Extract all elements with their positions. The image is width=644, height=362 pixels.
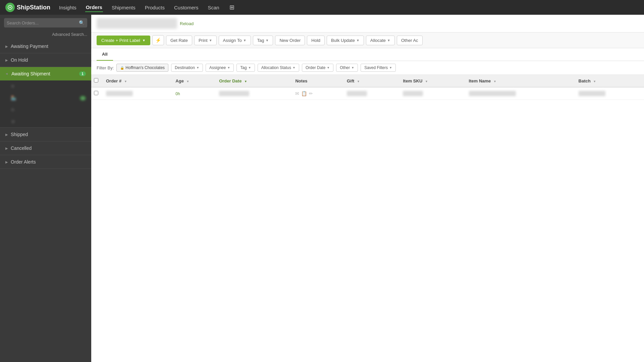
row-gift [343,87,399,100]
sidebar-item-shipped[interactable]: ▶ Shipped [0,128,91,141]
store-icon: 🏪 [11,96,16,101]
tag-text: Tag [257,38,264,43]
age-value: 0h [175,92,180,96]
sort-icon-gift: ▼ [357,80,360,83]
col-item-sku-label: Item SKU [403,78,422,83]
col-order-num[interactable]: Order # ▼ [102,75,171,87]
col-item-name[interactable]: Item Name ▼ [465,75,575,87]
assign-to-arrow: ▼ [243,39,247,42]
notes-icons-group: ✉ 📋 ✏ [295,91,339,96]
nav-orders[interactable]: Orders [85,3,103,12]
gear-icon-2: ⚙ [11,107,15,112]
col-order-date[interactable]: Order Date ▼ [215,75,291,87]
message-icon[interactable]: ✉ [295,91,299,96]
nav-products[interactable]: Products [144,3,165,12]
sidebar-section-on-hold: ▶ On Hold [0,53,91,67]
tag-filter-arrow: ▼ [248,66,251,69]
search-input[interactable] [7,20,77,25]
sidebar-sub-item-3[interactable]: ⚙ [0,104,91,116]
nav-scan[interactable]: Scan [207,3,220,12]
action-toolbar: Create + Print Label ▼ ⚡ Get Rate Print … [91,33,644,48]
sidebar-sub-item-2[interactable]: 🏪 1 [0,92,91,104]
search-box: 🔍 [4,18,87,27]
select-all-checkbox-cell[interactable] [91,75,102,87]
note-icon[interactable]: 📋 [301,91,307,96]
batch-blurred [579,91,605,96]
assign-to-button[interactable]: Assign To ▼ [219,36,251,45]
sidebar-label-awaiting-shipment: Awaiting Shipment [11,71,76,76]
nav-customers[interactable]: Customers [173,3,199,12]
nav-shipments[interactable]: Shipments [111,3,136,12]
sidebar-sub-item-1[interactable]: ⚙ [0,80,91,92]
col-gift[interactable]: Gift ▼ [343,75,399,87]
assignee-arrow: ▼ [227,66,230,69]
print-button[interactable]: Print ▼ [194,36,217,45]
row-order-date [215,87,291,100]
hold-button[interactable]: Hold [307,36,325,45]
destination-filter[interactable]: Destination ▼ [171,64,203,72]
col-batch[interactable]: Batch ▼ [575,75,644,87]
advanced-search-link[interactable]: Advanced Search... [0,31,91,40]
col-notes[interactable]: Notes [291,75,343,87]
sidebar-label-shipped: Shipped [11,132,86,137]
col-age[interactable]: Age ▼ [171,75,215,87]
search-icon[interactable]: 🔍 [79,20,85,25]
saved-filters-filter[interactable]: Saved Filters ▼ [361,64,396,72]
icon-button-1[interactable]: ⚡ [152,35,164,45]
other-filter[interactable]: Other ▼ [336,64,358,72]
item-sku-blurred [403,91,423,96]
tag-filter[interactable]: Tag ▼ [236,64,255,72]
sidebar-item-order-alerts[interactable]: ▶ Order Alerts [0,155,91,169]
assign-to-text: Assign To [223,38,242,43]
orders-table-container: Order # ▼ Age ▼ Order Date ▼ Notes [91,75,644,362]
bulk-update-text: Bulk Update [331,38,355,43]
sidebar-label-order-alerts: Order Alerts [11,159,86,165]
create-print-label-button[interactable]: Create + Print Label ▼ [97,36,150,45]
sidebar-item-on-hold[interactable]: ▶ On Hold [0,53,91,67]
row-checkbox[interactable] [94,91,98,95]
sidebar-sub-item-4[interactable]: 🖥 [0,116,91,127]
sidebar-item-awaiting-shipment[interactable]: ▼ Awaiting Shipment 1 [0,67,91,80]
edit-icon[interactable]: ✏ [309,91,313,96]
sidebar-item-awaiting-payment[interactable]: ▶ Awaiting Payment [0,40,91,53]
other-actions-button[interactable]: Other Ac [397,36,423,45]
allocation-status-filter[interactable]: Allocation Status ▼ [258,64,299,72]
get-rate-button[interactable]: Get Rate [166,36,192,45]
assignee-filter[interactable]: Assignee ▼ [206,64,234,72]
order-date-filter[interactable]: Order Date ▼ [302,64,333,72]
sort-icon-order-date: ▼ [244,80,247,83]
gear-icon: ⚙ [11,84,15,89]
bulk-update-arrow: ▼ [356,39,360,42]
sidebar-section-shipped: ▶ Shipped [0,128,91,141]
tag-button[interactable]: Tag ▼ [253,36,273,45]
allocate-button[interactable]: Allocate ▼ [366,36,395,45]
sort-icon-item-sku: ▼ [425,80,428,83]
new-order-text: New Order [279,38,301,43]
new-order-button[interactable]: New Order [275,36,305,45]
chevron-icon: ▶ [5,58,8,62]
tab-all[interactable]: All [97,48,113,61]
select-all-checkbox[interactable] [94,78,98,82]
sidebar-section-awaiting-payment: ▶ Awaiting Payment [0,40,91,53]
lock-icon: 🔒 [120,66,124,70]
col-order-date-label: Order Date [219,78,241,83]
sort-icon-order-num: ▼ [124,80,127,83]
server-icon: 🖥 [11,119,15,124]
reload-link[interactable]: Reload [180,21,194,26]
nav-grid-icon[interactable]: ⊞ [228,2,236,12]
row-checkbox-cell[interactable] [91,87,102,100]
table-header-row: Order # ▼ Age ▼ Order Date ▼ Notes [91,75,644,87]
sidebar-item-cancelled[interactable]: ▶ Cancelled [0,141,91,155]
col-item-sku[interactable]: Item SKU ▼ [399,75,465,87]
app-logo: ShipStation [5,3,50,12]
bulk-update-button[interactable]: Bulk Update ▼ [327,36,364,45]
logo-icon [5,3,15,12]
sort-icon-item-name: ▼ [493,80,496,83]
sort-icon-age: ▼ [186,80,190,83]
store-selector[interactable] [97,18,177,29]
order-date-blurred [219,91,249,96]
awaiting-shipment-badge: 1 [79,71,86,76]
create-print-label-text: Create + Print Label [101,38,140,43]
nav-insights[interactable]: Insights [58,3,77,12]
store-filter-tag[interactable]: 🔒 Hoffman's Chocolates [116,64,168,72]
